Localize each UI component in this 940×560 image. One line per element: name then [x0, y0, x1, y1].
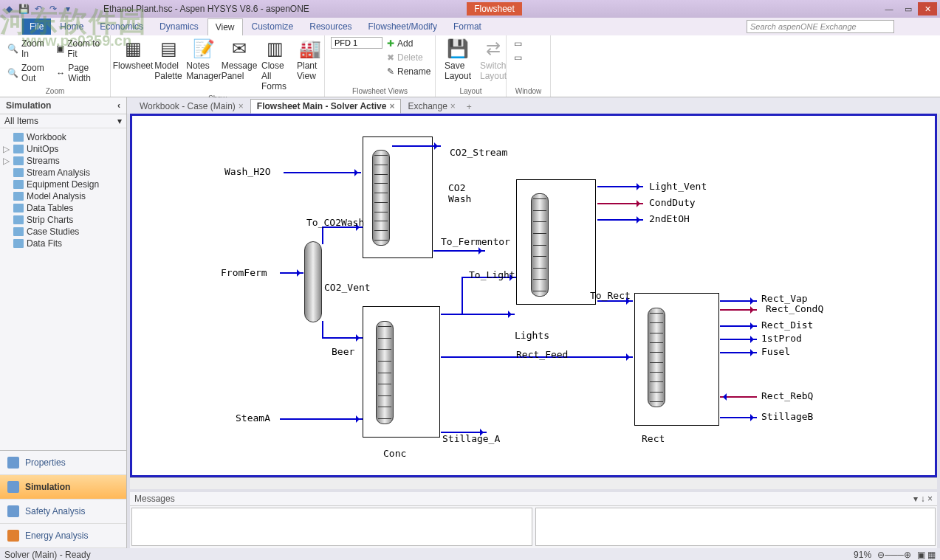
flowsheet-icon: ▦ [125, 38, 142, 59]
tree-model-analysis[interactable]: Model Analysis [1, 190, 125, 202]
stream-rect-vap[interactable] [720, 300, 757, 302]
column-rect[interactable] [648, 308, 665, 407]
close-button[interactable]: ✕ [918, 2, 937, 15]
tree-streams[interactable]: ▷Streams [1, 155, 125, 167]
zoom-in-button[interactable]: 🔍Zoom In [6, 37, 52, 61]
column-conc[interactable] [376, 321, 394, 424]
save-layout-button[interactable]: 💾Save Layout [442, 37, 474, 83]
message-panel-button[interactable]: ✉Message Panel [223, 37, 255, 83]
menu-customize[interactable]: Customize [244, 18, 301, 35]
pfd-combo[interactable]: PFD 1 [331, 37, 382, 49]
tree-case-studies[interactable]: Case Studies [1, 226, 125, 238]
close-icon[interactable]: × [450, 101, 456, 111]
menu-format[interactable]: Format [446, 18, 489, 35]
stream-to-fermentor[interactable] [433, 250, 485, 252]
stream-rect-dist[interactable] [720, 325, 757, 327]
collapse-icon[interactable]: ‹ [117, 100, 120, 111]
stream-wash-h2o[interactable] [284, 172, 361, 173]
message-box-right[interactable] [535, 508, 936, 546]
stream-light-vent[interactable] [597, 186, 643, 187]
horizontal-scrollbar[interactable] [130, 477, 937, 489]
model-palette-button[interactable]: ▤Model Palette [152, 37, 185, 83]
folder-icon [13, 227, 24, 236]
menu-dynamics[interactable]: Dynamics [152, 18, 206, 35]
nav-properties[interactable]: Properties [0, 451, 126, 475]
context-tab: Flowsheet [467, 2, 522, 15]
folder-icon [13, 145, 24, 153]
stream-beer[interactable] [323, 337, 363, 339]
tree-strip-charts[interactable]: Strip Charts [1, 214, 125, 226]
tree-stream-analysis[interactable]: Stream Analysis [1, 167, 125, 179]
close-icon[interactable]: × [389, 101, 394, 111]
folder-icon [13, 133, 24, 142]
stream-1stprod[interactable] [720, 339, 757, 340]
stream-steama[interactable] [280, 418, 363, 420]
add-pfd-button[interactable]: ✚Add [385, 37, 432, 50]
status-icons[interactable]: ▣ ▦ [917, 550, 936, 560]
qat-more-icon[interactable]: ▾ [62, 3, 74, 15]
switch-layout-button[interactable]: ⇄Switch Layout [477, 37, 510, 83]
notes-icon: 📝 [193, 38, 215, 59]
tree-equipment[interactable]: Equipment Design [1, 179, 125, 190]
tab-exchange[interactable]: Exchange× [401, 99, 462, 114]
menu-resources[interactable]: Resources [302, 18, 359, 35]
maximize-button[interactable]: ▭ [899, 2, 918, 15]
stream-condduty[interactable] [597, 203, 643, 204]
notes-manager-button[interactable]: 📝Notes Manager [188, 37, 220, 83]
zoom-slider[interactable]: ⊖───⊕ [877, 550, 911, 560]
tree-unitops[interactable]: ▷UnitOps [1, 143, 125, 155]
stream-rect-condq[interactable] [720, 309, 757, 311]
panel-controls[interactable]: ▾ ↓ × [913, 494, 933, 504]
nav-energy[interactable]: Energy Analysis [0, 524, 126, 548]
close-forms-button[interactable]: ▥Close All Forms [258, 37, 291, 93]
sidebar-filter[interactable]: All Items▾ [0, 114, 126, 128]
undo-icon[interactable]: ↶ [32, 3, 44, 15]
vessel-co2vent[interactable] [304, 241, 322, 322]
plant-view-button[interactable]: 🏭Plant View [294, 37, 326, 83]
menu-home[interactable]: Home [52, 18, 91, 35]
unit-lights[interactable] [516, 179, 596, 305]
search-input[interactable]: Search aspenONE Exchange [747, 20, 894, 33]
stream-fromferm[interactable] [280, 272, 303, 274]
stream-rect-rebq[interactable] [720, 396, 757, 398]
tab-flowsheet[interactable]: Flowsheet Main - Solver Active× [250, 99, 402, 114]
tree-data-fits[interactable]: Data Fits [1, 238, 125, 249]
add-tab-button[interactable]: + [462, 100, 476, 114]
stream-fusel[interactable] [720, 352, 757, 353]
status-text: Solver (Main) - Ready [4, 550, 91, 560]
redo-icon[interactable]: ↷ [47, 3, 59, 15]
message-box-left[interactable] [131, 508, 532, 546]
menu-view[interactable]: View [207, 18, 243, 35]
column-co2wash[interactable] [372, 150, 390, 246]
nav-safety[interactable]: Safety Analysis [0, 499, 126, 524]
nav-simulation[interactable]: Simulation [0, 475, 126, 499]
folder-icon [13, 204, 24, 212]
page-width-button[interactable]: ↔Page Width [55, 61, 104, 85]
flowsheet-button[interactable]: ▦Flowsheet [117, 37, 149, 72]
unit-conc[interactable] [363, 306, 440, 438]
menu-flowsheet-modify[interactable]: Flowsheet/Modify [361, 18, 445, 35]
column-lights[interactable] [531, 193, 549, 297]
stream-to-light[interactable] [441, 314, 515, 315]
window-btn1[interactable]: ▭ [512, 37, 524, 50]
stream-stillageb[interactable] [720, 417, 757, 418]
menu-file[interactable]: File [22, 18, 51, 35]
stream-co2stream[interactable] [392, 145, 441, 147]
stream-2ndetoh[interactable] [597, 219, 643, 221]
tab-workbook[interactable]: Workbook - Case (Main)× [133, 99, 250, 114]
zoom-out-button[interactable]: 🔍Zoom Out [6, 61, 52, 85]
tree-workbook[interactable]: Workbook [1, 131, 125, 143]
rename-pfd-button[interactable]: ✎Rename [385, 65, 432, 78]
menu-economics[interactable]: Economics [92, 18, 151, 35]
zoom-fit-button[interactable]: ▣Zoom to Fit [55, 37, 104, 61]
tree-data-tables[interactable]: Data Tables [1, 202, 125, 214]
minimize-button[interactable]: — [879, 2, 899, 15]
close-icon[interactable]: × [239, 101, 244, 111]
delete-pfd-button[interactable]: ✖Delete [385, 51, 432, 64]
window-btn2[interactable]: ▭ [512, 51, 524, 64]
folder-icon [13, 168, 24, 177]
save-icon[interactable]: 💾 [18, 3, 30, 15]
label-co2wash: CO2 Wash [448, 182, 493, 204]
palette-icon: ▤ [160, 38, 177, 59]
flowsheet-canvas[interactable]: CO2 Wash Lights Conc Rect CO2_Vent Was [132, 116, 935, 475]
